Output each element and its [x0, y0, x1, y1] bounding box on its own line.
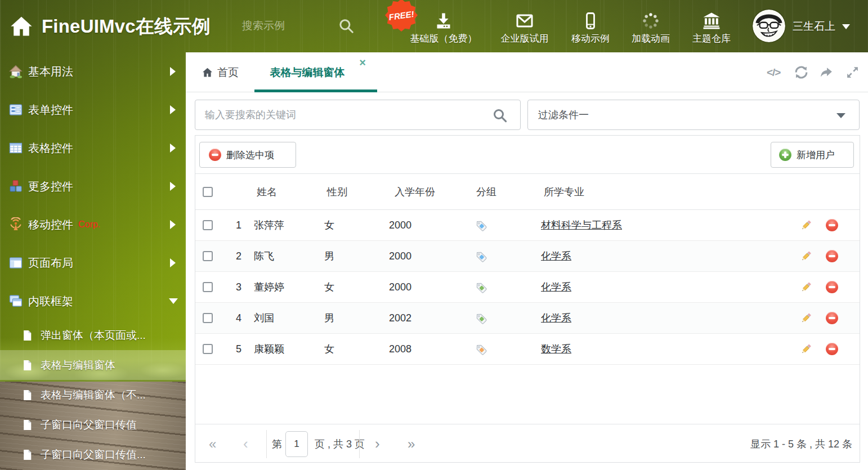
- row-checkbox[interactable]: [203, 344, 213, 354]
- table-icon: [8, 141, 23, 155]
- major-link[interactable]: 数学系: [541, 334, 571, 364]
- edit-icon[interactable]: [800, 303, 812, 333]
- row-checkbox[interactable]: [203, 282, 213, 292]
- search-icon[interactable]: [338, 17, 355, 34]
- nav-basic-edition[interactable]: 基础版（免费）: [401, 0, 486, 52]
- cell-year: 2000: [389, 241, 411, 271]
- share-icon[interactable]: [818, 52, 834, 92]
- delete-icon[interactable]: [826, 334, 838, 364]
- major-link[interactable]: 化学系: [541, 303, 571, 333]
- next-page-button[interactable]: ›: [375, 424, 380, 463]
- cell-year: 2002: [389, 303, 411, 333]
- chevron-right-icon: [170, 220, 176, 229]
- sidebar-subitem-child-to-parent[interactable]: 子窗口向父窗口传值: [0, 410, 186, 440]
- edit-icon[interactable]: [800, 210, 812, 240]
- delete-icon[interactable]: [826, 210, 838, 240]
- sidebar-item-form-controls[interactable]: 表单控件: [0, 91, 186, 129]
- close-icon[interactable]: ×: [359, 57, 366, 68]
- app-header: FineUIMvc在线示例 搜索示例 FREE! 基础版（免费） 企业版试用 移…: [0, 0, 868, 52]
- row-checkbox[interactable]: [203, 251, 213, 261]
- chevron-down-icon: [169, 298, 178, 304]
- cell-name: 董婷婷: [254, 272, 284, 302]
- major-link[interactable]: 化学系: [541, 241, 571, 271]
- nav-theme-repository[interactable]: 主题仓库: [669, 0, 754, 52]
- first-page-button[interactable]: «: [209, 424, 216, 463]
- edit-icon[interactable]: [800, 334, 812, 364]
- sidebar-item-mobile-controls[interactable]: 移动控件Corp.: [0, 205, 186, 244]
- column-header-name[interactable]: 姓名: [257, 174, 277, 209]
- major-link[interactable]: 材料科学与工程系: [541, 210, 622, 240]
- file-icon: [21, 329, 33, 341]
- user-menu[interactable]: 三生石上: [793, 0, 850, 52]
- cubes-icon: [8, 179, 23, 194]
- sidebar-subitem-grid-edit-window-2[interactable]: 表格与编辑窗体（不...: [0, 380, 186, 410]
- frames-icon: [8, 294, 23, 308]
- tag-icon: [475, 272, 487, 302]
- cell-year: 2008: [389, 334, 411, 364]
- file-icon: [21, 449, 33, 460]
- home-icon: [202, 66, 213, 78]
- column-header-gender[interactable]: 性别: [327, 174, 347, 209]
- sidebar-subitem-popup-window[interactable]: 弹出窗体（本页面或...: [0, 320, 186, 350]
- table-row: 3 董婷婷 女 2000 化学系: [195, 272, 860, 303]
- sidebar-item-iframe[interactable]: 内联框架: [0, 282, 186, 320]
- chevron-right-icon: [170, 258, 176, 267]
- major-link[interactable]: 化学系: [541, 272, 571, 302]
- tab-grid-edit-window[interactable]: 表格与编辑窗体 ×: [254, 52, 377, 92]
- add-user-button[interactable]: 新增用户: [771, 142, 854, 168]
- source-code-icon[interactable]: </>: [767, 52, 780, 92]
- filter-dropdown[interactable]: 过滤条件一: [527, 100, 860, 130]
- keyword-placeholder: 输入要搜索的关键词: [205, 100, 296, 129]
- sidebar-item-more-controls[interactable]: 更多控件: [0, 167, 186, 205]
- sidebar-item-page-layout[interactable]: 页面布局: [0, 244, 186, 282]
- delete-selected-button[interactable]: 删除选中项: [199, 142, 296, 168]
- grid-toolbar: 删除选中项 新增用户: [195, 136, 860, 174]
- tag-icon: [475, 210, 487, 240]
- cell-name: 陈飞: [254, 241, 274, 271]
- chevron-right-icon: [170, 67, 176, 76]
- table-row: 5 康颖颖 女 2008 数学系: [195, 334, 860, 365]
- record-summary: 显示 1 - 5 条 , 共 12 条: [750, 424, 852, 463]
- header-search-placeholder[interactable]: 搜索示例: [242, 0, 285, 52]
- sidebar-item-basic-usage[interactable]: 基本用法: [0, 52, 186, 91]
- delete-icon[interactable]: [826, 241, 838, 271]
- home-icon: [8, 64, 23, 79]
- delete-icon[interactable]: [826, 272, 838, 302]
- page-label-prefix: 第: [272, 424, 282, 463]
- minus-icon: [209, 149, 221, 161]
- cell-name: 刘国: [254, 303, 274, 333]
- column-header-group[interactable]: 分组: [476, 174, 496, 209]
- edit-icon[interactable]: [800, 241, 812, 271]
- sidebar-item-grid-controls[interactable]: 表格控件: [0, 129, 186, 167]
- plus-icon: [779, 149, 791, 161]
- sidebar-subitem-child-to-parent-2[interactable]: 子窗口向父窗口传值...: [0, 440, 186, 469]
- file-icon: [21, 389, 33, 401]
- avatar[interactable]: [753, 10, 785, 42]
- search-icon[interactable]: [492, 108, 508, 123]
- home-icon[interactable]: [9, 14, 34, 39]
- table-row: 2 陈飞 男 2000 化学系: [195, 241, 860, 272]
- prev-page-button[interactable]: ‹: [243, 424, 248, 463]
- select-all-checkbox[interactable]: [203, 187, 213, 197]
- delete-icon[interactable]: [826, 303, 838, 333]
- row-number: 5: [212, 334, 241, 364]
- column-header-year[interactable]: 入学年份: [395, 174, 435, 209]
- main-content: 首页 表格与编辑窗体 × </> 输入要搜索的关键词 过滤条件一 删除选中项: [186, 52, 868, 470]
- chevron-right-icon: [170, 182, 176, 191]
- page-label-suffix: 页 , 共 3 页: [315, 424, 365, 463]
- keyword-search-input[interactable]: 输入要搜索的关键词: [195, 100, 521, 130]
- divider: [266, 430, 267, 458]
- file-icon: [21, 419, 33, 431]
- row-checkbox[interactable]: [203, 220, 213, 230]
- edit-icon[interactable]: [800, 272, 812, 302]
- sidebar-subitem-grid-edit-window[interactable]: 表格与编辑窗体: [0, 350, 186, 380]
- page-number-input[interactable]: 1: [285, 431, 308, 457]
- expand-icon[interactable]: [845, 52, 860, 92]
- row-number: 2: [212, 241, 241, 271]
- column-header-major[interactable]: 所学专业: [544, 174, 584, 209]
- refresh-icon[interactable]: [794, 52, 809, 92]
- last-page-button[interactable]: »: [408, 424, 415, 463]
- form-icon: [8, 102, 23, 117]
- table-row: 1 张萍萍 女 2000 材料科学与工程系: [195, 210, 860, 241]
- row-checkbox[interactable]: [203, 313, 213, 323]
